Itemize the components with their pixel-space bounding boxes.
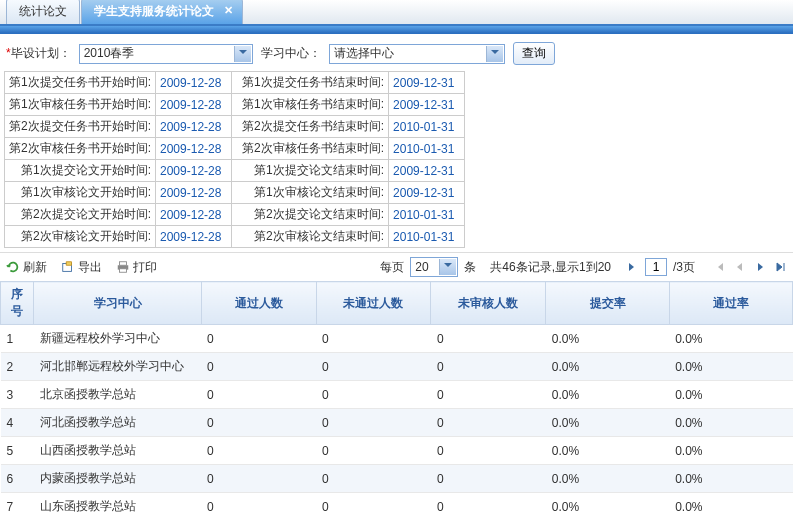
refresh-button[interactable]: 刷新 [6,259,47,276]
cell-fail: 0 [316,409,431,437]
cell-unrev: 0 [431,325,546,353]
time-label: 第2次审核论文结束时间: [232,226,389,248]
time-label: 第2次提交任务书结束时间: [232,116,389,138]
query-button[interactable]: 查询 [513,42,555,65]
goto-arrow-icon[interactable] [625,262,639,272]
pager-prev-icon[interactable] [733,262,747,272]
close-icon[interactable]: ✕ [222,4,234,16]
cell-submit-rate: 0.0% [546,437,669,465]
chevron-down-icon [444,263,452,271]
time-value: 2009-12-28 [156,94,232,116]
cell-pass: 0 [201,437,316,465]
tab-label: 学生支持服务统计论文 [94,4,214,18]
cell-unrev: 0 [431,437,546,465]
export-icon [61,260,75,274]
cell-unrev: 0 [431,493,546,517]
header-band [0,26,793,34]
time-row: 第1次审核任务书开始时间:2009-12-28第1次审核任务书结束时间:2009… [5,94,465,116]
print-button[interactable]: 打印 [116,259,157,276]
cell-seq: 6 [1,465,34,493]
cell-unrev: 0 [431,409,546,437]
time-row: 第1次提交任务书开始时间:2009-12-28第1次提交任务书结束时间:2009… [5,72,465,94]
cell-center: 河北邯郸远程校外学习中心 [34,353,201,381]
time-grid: 第1次提交任务书开始时间:2009-12-28第1次提交任务书结束时间:2009… [4,71,465,248]
cell-fail: 0 [316,465,431,493]
chevron-down-icon [491,50,499,58]
pager-next-icon[interactable] [753,262,767,272]
cell-fail: 0 [316,437,431,465]
tab-student-support[interactable]: 学生支持服务统计论文 ✕ [81,0,243,24]
chevron-down-icon [239,50,247,58]
col-center[interactable]: 学习中心 [34,282,201,325]
cell-pass-rate: 0.0% [669,353,792,381]
time-label: 第2次审核任务书结束时间: [232,138,389,160]
time-label: 第1次提交任务书结束时间: [232,72,389,94]
cell-submit-rate: 0.0% [546,381,669,409]
cell-unrev: 0 [431,381,546,409]
refresh-icon [6,260,20,274]
time-value: 2009-12-28 [156,182,232,204]
col-unrev[interactable]: 未审核人数 [431,282,546,325]
time-row: 第1次审核论文开始时间:2009-12-28第1次审核论文结束时间:2009-1… [5,182,465,204]
cell-fail: 0 [316,381,431,409]
plan-select[interactable]: 2010春季 [79,44,253,64]
cell-center: 河北函授教学总站 [34,409,201,437]
table-row[interactable]: 5山西函授教学总站0000.0%0.0% [1,437,793,465]
cell-center: 山西函授教学总站 [34,437,201,465]
cell-pass: 0 [201,353,316,381]
table-row[interactable]: 7山东函授教学总站0000.0%0.0% [1,493,793,517]
table-row[interactable]: 4河北函授教学总站0000.0%0.0% [1,409,793,437]
cell-fail: 0 [316,353,431,381]
pager-last-icon[interactable] [773,262,787,272]
cell-seq: 4 [1,409,34,437]
time-label: 第2次提交论文开始时间: [5,204,156,226]
cell-submit-rate: 0.0% [546,465,669,493]
cell-submit-rate: 0.0% [546,493,669,517]
cell-pass-rate: 0.0% [669,437,792,465]
cell-pass: 0 [201,493,316,517]
cell-seq: 7 [1,493,34,517]
table-row[interactable]: 3北京函授教学总站0000.0%0.0% [1,381,793,409]
tab-stats[interactable]: 统计论文 [6,0,80,24]
tab-label: 统计论文 [19,4,67,18]
col-pass-rate[interactable]: 通过率 [669,282,792,325]
time-row: 第1次提交论文开始时间:2009-12-28第1次提交论文结束时间:2009-1… [5,160,465,182]
time-value: 2009-12-28 [156,138,232,160]
svg-rect-2 [120,262,127,266]
col-fail[interactable]: 未通过人数 [316,282,431,325]
cell-pass-rate: 0.0% [669,409,792,437]
pager-first-icon[interactable] [713,262,727,272]
center-select[interactable]: 请选择中心 [329,44,505,64]
toolbar: 刷新 导出 打印 每页 20 条 共46条记录,显示1到20 /3页 [0,252,793,281]
col-submit-rate[interactable]: 提交率 [546,282,669,325]
export-button[interactable]: 导出 [61,259,102,276]
cell-submit-rate: 0.0% [546,353,669,381]
data-table: 序号 学习中心 通过人数 未通过人数 未审核人数 提交率 通过率 1新疆远程校外… [0,281,793,516]
plan-value: 2010春季 [84,45,135,62]
table-row[interactable]: 2河北邯郸远程校外学习中心0000.0%0.0% [1,353,793,381]
cell-center: 内蒙函授教学总站 [34,465,201,493]
cell-seq: 2 [1,353,34,381]
cell-unrev: 0 [431,465,546,493]
col-pass[interactable]: 通过人数 [201,282,316,325]
table-row[interactable]: 1新疆远程校外学习中心0000.0%0.0% [1,325,793,353]
col-seq[interactable]: 序号 [1,282,34,325]
per-page-select[interactable]: 20 [410,257,458,277]
cell-pass-rate: 0.0% [669,493,792,517]
cell-center: 新疆远程校外学习中心 [34,325,201,353]
table-header-row: 序号 学习中心 通过人数 未通过人数 未审核人数 提交率 通过率 [1,282,793,325]
cell-pass: 0 [201,325,316,353]
time-label: 第1次提交任务书开始时间: [5,72,156,94]
goto-input[interactable] [645,258,667,276]
time-value: 2010-01-31 [389,116,465,138]
table-row[interactable]: 6内蒙函授教学总站0000.0%0.0% [1,465,793,493]
time-value: 2009-12-28 [156,226,232,248]
time-value: 2009-12-28 [156,72,232,94]
time-value: 2010-01-31 [389,204,465,226]
cell-center: 山东函授教学总站 [34,493,201,517]
cell-seq: 1 [1,325,34,353]
time-label: 第2次提交任务书开始时间: [5,116,156,138]
per-page-suffix: 条 [464,259,476,276]
time-value: 2010-01-31 [389,138,465,160]
time-value: 2009-12-31 [389,160,465,182]
